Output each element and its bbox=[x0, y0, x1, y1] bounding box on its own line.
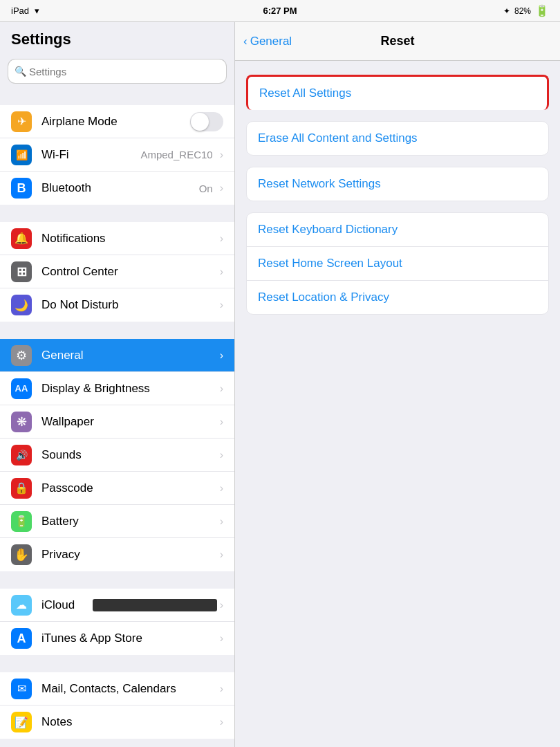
battery-icon: 🔋 bbox=[11, 511, 32, 532]
reset-keyboard-label: Reset Keyboard Dictionary bbox=[258, 223, 398, 236]
sidebar-spacer-1 bbox=[0, 89, 234, 105]
sidebar-item-notifications[interactable]: 🔔 Notifications › bbox=[0, 222, 234, 255]
sidebar-item-wifi[interactable]: 📶 Wi-Fi Amped_REC10 › bbox=[0, 138, 234, 172]
sidebar-item-wallpaper[interactable]: ❋ Wallpaper › bbox=[0, 405, 234, 439]
nav-back-label: General bbox=[250, 35, 292, 48]
sidebar-item-icloud[interactable]: ☁ iCloud › bbox=[0, 589, 234, 622]
do-not-disturb-label: Do Not Disturb bbox=[41, 298, 217, 312]
sidebar-title: Settings bbox=[0, 22, 234, 54]
notes-chevron: › bbox=[220, 716, 223, 728]
sidebar-group-connectivity: ✈ Airplane Mode 📶 Wi-Fi Amped_REC10 › B … bbox=[0, 105, 234, 205]
display-label: Display & Brightness bbox=[41, 382, 217, 396]
sidebar-item-itunes[interactable]: A iTunes & App Store › bbox=[0, 622, 234, 655]
sidebar-item-do-not-disturb[interactable]: 🌙 Do Not Disturb › bbox=[0, 288, 234, 322]
status-left: iPad ▾ bbox=[11, 6, 39, 16]
right-panel: ‹ General Reset Reset All Settings bbox=[235, 22, 560, 747]
general-label: General bbox=[41, 349, 217, 362]
wifi-chevron: › bbox=[220, 149, 223, 161]
reset-all-settings-label: Reset All Settings bbox=[259, 86, 351, 100]
general-chevron: › bbox=[220, 349, 223, 362]
search-container: 🔍 bbox=[8, 59, 226, 83]
notifications-label: Notifications bbox=[41, 232, 217, 246]
wifi-label: Wi-Fi bbox=[41, 148, 140, 162]
privacy-chevron: › bbox=[220, 548, 223, 561]
itunes-label: iTunes & App Store bbox=[41, 631, 217, 645]
sidebar-item-general[interactable]: ⚙ General › bbox=[0, 339, 234, 372]
reset-group-3: Reset Network Settings bbox=[246, 167, 549, 201]
sidebar-item-passcode[interactable]: 🔒 Passcode › bbox=[0, 472, 234, 505]
reset-home-item[interactable]: Reset Home Screen Layout bbox=[247, 247, 548, 281]
notes-label: Notes bbox=[41, 715, 217, 729]
mail-icon: ✉ bbox=[11, 679, 32, 699]
status-right: ✦ 82% 🔋 bbox=[503, 4, 549, 17]
sidebar-item-bluetooth[interactable]: B Bluetooth On › bbox=[0, 172, 234, 205]
nav-bar: ‹ General Reset bbox=[235, 22, 560, 61]
privacy-icon: ✋ bbox=[11, 544, 32, 565]
reset-group-1: Reset All Settings bbox=[246, 75, 549, 110]
bluetooth-label: Bluetooth bbox=[41, 181, 199, 195]
sidebar-item-privacy[interactable]: ✋ Privacy › bbox=[0, 538, 234, 571]
reset-group-2: Erase All Content and Settings bbox=[246, 121, 549, 156]
sidebar-group-accounts: ☁ iCloud › A iTunes & App Store › bbox=[0, 589, 234, 655]
reset-network-item[interactable]: Reset Network Settings bbox=[247, 167, 548, 201]
display-chevron: › bbox=[220, 382, 223, 395]
battery-chevron: › bbox=[220, 515, 223, 528]
sidebar-spacer-5 bbox=[0, 656, 234, 672]
wifi-value: Amped_REC10 bbox=[140, 149, 212, 160]
sidebar-item-notes[interactable]: 📝 Notes › bbox=[0, 706, 234, 739]
search-input[interactable] bbox=[8, 59, 226, 83]
sidebar-item-sounds[interactable]: 🔊 Sounds › bbox=[0, 439, 234, 472]
reset-section: Reset All Settings Erase All Content and… bbox=[235, 61, 560, 340]
bluetooth-value: On bbox=[199, 183, 213, 194]
sidebar-group-general: ⚙ General › AA Display & Brightness › ❋ … bbox=[0, 339, 234, 571]
erase-all-item[interactable]: Erase All Content and Settings bbox=[247, 122, 548, 155]
reset-location-item[interactable]: Reset Location & Privacy bbox=[247, 281, 548, 314]
control-center-label: Control Center bbox=[41, 265, 217, 279]
airplane-toggle[interactable] bbox=[190, 112, 223, 131]
wallpaper-label: Wallpaper bbox=[41, 415, 217, 429]
main-container: Settings 🔍 ✈ Airplane Mode 📶 Wi-Fi bbox=[0, 22, 560, 747]
wallpaper-chevron: › bbox=[220, 416, 223, 428]
battery-percent: 82% bbox=[514, 6, 531, 16]
passcode-chevron: › bbox=[220, 482, 223, 495]
search-icon: 🔍 bbox=[15, 66, 26, 77]
battery-icon: 🔋 bbox=[535, 4, 549, 17]
reset-network-label: Reset Network Settings bbox=[258, 177, 381, 190]
status-time: 6:27 PM bbox=[263, 6, 297, 16]
erase-all-label: Erase All Content and Settings bbox=[258, 131, 418, 145]
reset-all-settings-item[interactable]: Reset All Settings bbox=[246, 75, 549, 110]
privacy-label: Privacy bbox=[41, 548, 217, 562]
nav-title: Reset bbox=[380, 34, 414, 48]
icloud-label: iCloud bbox=[41, 598, 87, 612]
bluetooth-icon: B bbox=[11, 178, 32, 199]
sidebar-item-mail[interactable]: ✉ Mail, Contacts, Calendars › bbox=[0, 672, 234, 706]
sidebar-group-apps: ✉ Mail, Contacts, Calendars › 📝 Notes › bbox=[0, 672, 234, 739]
sidebar-item-display[interactable]: AA Display & Brightness › bbox=[0, 372, 234, 405]
ipad-label: iPad bbox=[11, 6, 29, 16]
reset-home-label: Reset Home Screen Layout bbox=[258, 257, 402, 270]
reset-location-label: Reset Location & Privacy bbox=[258, 290, 389, 304]
sidebar-item-airplane[interactable]: ✈ Airplane Mode bbox=[0, 105, 234, 138]
do-not-disturb-icon: 🌙 bbox=[11, 295, 32, 315]
reset-keyboard-item[interactable]: Reset Keyboard Dictionary bbox=[247, 213, 548, 247]
passcode-icon: 🔒 bbox=[11, 478, 32, 499]
back-chevron-icon: ‹ bbox=[243, 35, 248, 48]
search-bar-container: 🔍 bbox=[0, 54, 234, 89]
mail-chevron: › bbox=[220, 683, 223, 695]
wallpaper-icon: ❋ bbox=[11, 412, 32, 432]
icloud-chevron: › bbox=[220, 599, 223, 611]
sidebar-item-battery[interactable]: 🔋 Battery › bbox=[0, 505, 234, 538]
battery-label: Battery bbox=[41, 515, 217, 528]
status-bar: iPad ▾ 6:27 PM ✦ 82% 🔋 bbox=[0, 0, 560, 22]
nav-back-button[interactable]: ‹ General bbox=[243, 35, 292, 48]
sidebar-spacer-4 bbox=[0, 572, 234, 589]
general-icon: ⚙ bbox=[11, 345, 32, 366]
bluetooth-icon: ✦ bbox=[503, 6, 510, 16]
wifi-icon: 📶 bbox=[11, 145, 32, 165]
airplane-icon: ✈ bbox=[11, 111, 32, 132]
icloud-icon: ☁ bbox=[11, 595, 32, 616]
notes-icon: 📝 bbox=[11, 712, 32, 732]
sounds-label: Sounds bbox=[41, 448, 217, 462]
sidebar-item-control-center[interactable]: ⊞ Control Center › bbox=[0, 255, 234, 288]
sidebar-spacer-2 bbox=[0, 205, 234, 222]
